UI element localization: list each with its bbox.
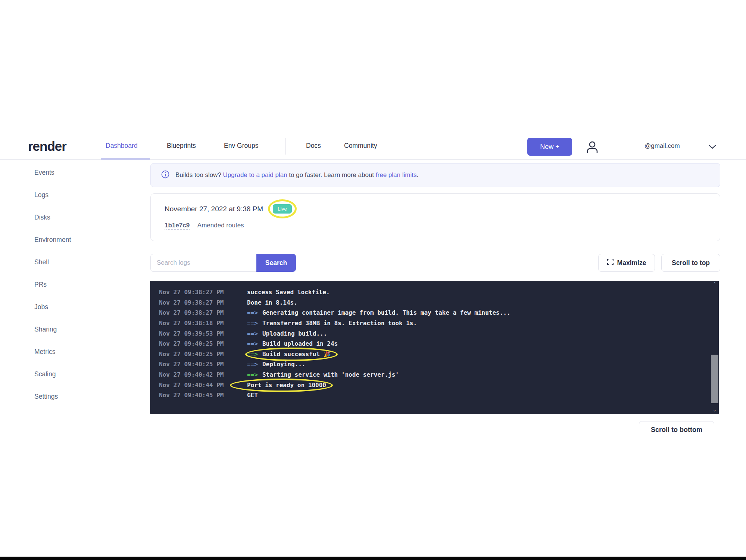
sidebar-item-shell[interactable]: Shell xyxy=(34,251,131,273)
render-logo[interactable]: render xyxy=(28,139,66,154)
log-message: Port is ready on 10000 xyxy=(247,382,326,389)
sidebar-item-sharing[interactable]: Sharing xyxy=(34,318,131,340)
new-button[interactable]: New + xyxy=(527,138,572,156)
top-navigation-bar: render Dashboard Blueprints Env Groups D… xyxy=(0,134,746,160)
log-timestamp: Nov 27 09:40:25 PM xyxy=(159,340,238,347)
commit-row: 1b1e7c9 Amended routes xyxy=(165,222,720,229)
log-message: GET xyxy=(247,392,258,399)
log-timestamp: Nov 27 09:38:27 PM xyxy=(159,289,238,296)
log-message: Deploying... xyxy=(262,361,306,368)
log-timestamp: Nov 27 09:38:18 PM xyxy=(159,320,238,327)
log-line: Nov 27 09:40:42 PM ==> Starting service … xyxy=(159,370,719,380)
log-message: Transferred 38MB in 8s. Extraction took … xyxy=(262,320,417,327)
log-arrow: ==> xyxy=(247,340,258,347)
log-line: Nov 27 09:40:25 PM ==> Deploying... xyxy=(159,359,719,370)
log-timestamp: Nov 27 09:40:25 PM xyxy=(159,361,238,368)
log-line: Nov 27 09:38:27 PM Done in 8.14s. xyxy=(159,298,719,308)
scrollbar-down-icon[interactable]: ⌄ xyxy=(711,407,719,413)
maximize-button[interactable]: Maximize xyxy=(598,254,655,272)
log-line: Nov 27 09:38:27 PM ==> Generating contai… xyxy=(159,308,719,318)
maximize-icon xyxy=(607,259,614,267)
deploy-timestamp: November 27, 2022 at 9:38 PM xyxy=(165,205,263,213)
log-line: Nov 27 09:38:27 PM success Saved lockfil… xyxy=(159,287,719,298)
log-message: Done in 8.14s. xyxy=(247,299,297,306)
log-message: Generating container image from build. T… xyxy=(262,309,511,316)
log-line: Nov 27 09:38:18 PM ==> Transferred 38MB … xyxy=(159,318,719,329)
log-lines: Nov 27 09:38:27 PM success Saved lockfil… xyxy=(159,287,719,401)
info-icon xyxy=(161,170,169,180)
tab-dashboard[interactable]: Dashboard xyxy=(106,142,138,150)
sidebar-item-jobs[interactable]: Jobs xyxy=(34,296,131,318)
upgrade-banner: Builds too slow? Upgrade to a paid plan … xyxy=(150,163,720,187)
log-arrow: ==> xyxy=(247,361,258,368)
bottom-black-bar xyxy=(0,557,746,560)
log-arrow: ==> xyxy=(247,330,258,337)
nav-divider xyxy=(285,138,285,155)
log-timestamp: Nov 27 09:38:27 PM xyxy=(159,299,238,306)
upgrade-link[interactable]: Upgrade to a paid plan xyxy=(223,171,287,178)
log-line: Nov 27 09:39:53 PM ==> Uploading build..… xyxy=(159,328,719,339)
active-tab-underline xyxy=(101,158,150,160)
tab-env-groups[interactable]: Env Groups xyxy=(224,142,258,150)
log-line: Nov 27 09:40:25 PM ==> Build successful … xyxy=(159,349,719,360)
commit-message: Amended routes xyxy=(197,222,244,229)
user-avatar-icon[interactable] xyxy=(584,140,600,157)
live-status: Live xyxy=(273,204,292,214)
tab-docs[interactable]: Docs xyxy=(306,142,321,150)
sidebar-item-settings[interactable]: Settings xyxy=(34,385,131,408)
scrollbar-up-icon[interactable]: ⌃ xyxy=(711,281,719,287)
search-logs-input[interactable] xyxy=(150,254,256,272)
sidebar-item-prs[interactable]: PRs xyxy=(34,273,131,296)
scroll-to-top-button[interactable]: Scroll to top xyxy=(661,254,720,272)
deploy-card: November 27, 2022 at 9:38 PM Live 1b1e7c… xyxy=(150,193,720,241)
log-message: success Saved lockfile. xyxy=(247,289,330,296)
search-button[interactable]: Search xyxy=(256,254,296,272)
sidebar-item-scaling[interactable]: Scaling xyxy=(34,363,131,385)
sidebar-item-disks[interactable]: Disks xyxy=(34,206,131,228)
log-message: Build uploaded in 24s xyxy=(262,340,338,347)
sidebar-item-environment[interactable]: Environment xyxy=(34,228,131,251)
log-timestamp: Nov 27 09:40:25 PM xyxy=(159,351,238,358)
render-dashboard-page: render Dashboard Blueprints Env Groups D… xyxy=(0,0,746,560)
tab-community[interactable]: Community xyxy=(344,142,377,150)
sidebar-item-metrics[interactable]: Metrics xyxy=(34,340,131,363)
log-timestamp: Nov 27 09:40:44 PM xyxy=(159,382,238,389)
log-timestamp: Nov 27 09:39:53 PM xyxy=(159,330,238,337)
log-message: Starting service with 'node server.js' xyxy=(262,371,399,378)
log-arrow: ==> xyxy=(247,351,258,358)
log-message: Build successful 🎉 xyxy=(262,351,331,358)
log-timestamp: Nov 27 09:38:27 PM xyxy=(159,309,238,316)
log-timestamp: Nov 27 09:40:42 PM xyxy=(159,371,238,378)
terminal-scrollbar[interactable]: ⌃ ⌄ xyxy=(711,281,719,414)
sidebar-item-logs[interactable]: Logs xyxy=(34,184,131,206)
log-timestamp: Nov 27 09:40:45 PM xyxy=(159,392,238,399)
free-plan-limits-link[interactable]: free plan limits xyxy=(376,171,417,178)
chevron-down-icon[interactable] xyxy=(708,144,717,151)
service-sidebar: Events Logs Disks Environment Shell PRs … xyxy=(34,161,131,408)
live-status-badge: Live xyxy=(273,204,292,214)
log-line: Nov 27 09:40:44 PM Port is ready on 1000… xyxy=(159,380,719,390)
sidebar-item-events[interactable]: Events xyxy=(34,161,131,184)
banner-text: Builds too slow? Upgrade to a paid plan … xyxy=(175,171,418,179)
log-message: Uploading build... xyxy=(262,330,327,337)
commit-hash-link[interactable]: 1b1e7c9 xyxy=(165,222,190,230)
tab-blueprints[interactable]: Blueprints xyxy=(167,142,196,150)
log-line: Nov 27 09:40:45 PM GET xyxy=(159,390,719,401)
log-terminal: Nov 27 09:38:27 PM success Saved lockfil… xyxy=(150,281,719,414)
log-line: Nov 27 09:40:25 PM ==> Build uploaded in… xyxy=(159,339,719,349)
scrollbar-thumb[interactable] xyxy=(711,355,718,403)
scroll-to-bottom-button[interactable]: Scroll to bottom xyxy=(639,421,714,438)
log-arrow: ==> xyxy=(247,320,258,327)
log-arrow: ==> xyxy=(247,309,258,316)
log-arrow: ==> xyxy=(247,371,258,378)
account-email[interactable]: @gmail.com xyxy=(644,142,680,150)
